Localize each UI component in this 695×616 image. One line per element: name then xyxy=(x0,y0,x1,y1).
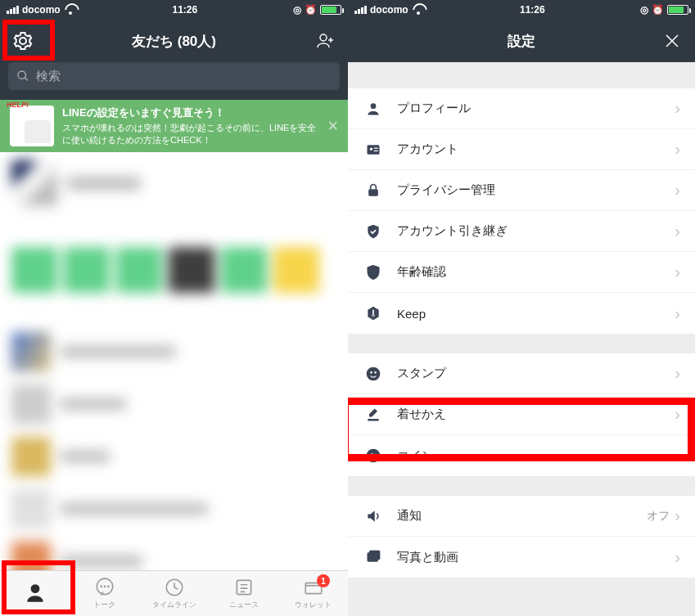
news-icon xyxy=(233,577,255,598)
banner-title: LINEの設定をいますぐ見直そう！ xyxy=(62,106,319,120)
person-icon xyxy=(365,101,381,117)
row-photos-video[interactable]: 写真と動画› xyxy=(348,537,695,578)
banner-subtitle: スマホが壊れるのは突然！悲劇が起こるその前に、LINEを安全に使い続けるための方… xyxy=(62,122,319,147)
row-coin[interactable]: L コイン› xyxy=(348,435,695,476)
close-button[interactable] xyxy=(661,29,684,52)
tab-label: ニュース xyxy=(229,600,259,610)
clock-icon xyxy=(164,577,185,598)
coin-l-icon: L xyxy=(365,447,381,464)
tab-label: ウォレット xyxy=(295,600,332,610)
person-icon xyxy=(25,582,46,604)
row-themes[interactable]: 着せかえ› xyxy=(348,394,695,435)
list-item[interactable] xyxy=(0,326,348,378)
tab-timeline[interactable]: タイムライン xyxy=(139,571,209,616)
battery-icon xyxy=(667,5,688,15)
tab-wallet[interactable]: 1 ウォレット xyxy=(278,571,348,616)
row-label: 年齢確認 xyxy=(397,264,675,280)
list-item[interactable] xyxy=(0,430,348,483)
settings-nav: 設定 xyxy=(348,20,695,62)
row-keep[interactable]: Keep› xyxy=(348,293,695,334)
tab-label: トーク xyxy=(93,600,115,610)
smile-icon xyxy=(365,366,381,382)
svg-point-3 xyxy=(107,586,108,587)
close-icon xyxy=(662,31,682,51)
banner-illustration xyxy=(10,106,54,146)
row-label: プロフィール xyxy=(397,101,675,116)
row-profile[interactable]: プロフィール› xyxy=(348,88,695,129)
speaker-icon xyxy=(365,508,381,524)
alarm-icon: ⏰ xyxy=(305,4,317,16)
friend-name xyxy=(67,177,141,190)
signal-icon xyxy=(354,6,367,14)
tab-news[interactable]: ニュース xyxy=(209,571,278,616)
carrier-label: docomo xyxy=(370,4,408,16)
brush-icon xyxy=(365,407,381,423)
banner-close-button[interactable]: × xyxy=(327,115,338,137)
settings-gear-button[interactable] xyxy=(11,29,34,52)
hex-icon xyxy=(365,305,381,321)
list-item[interactable] xyxy=(0,483,348,535)
status-bar: docomo 11:26 ◎ ⏰ xyxy=(0,0,348,20)
chevron-right-icon: › xyxy=(675,181,680,200)
tab-talk[interactable]: トーク xyxy=(70,571,139,616)
chevron-right-icon: › xyxy=(675,140,680,159)
location-icon: ◎ xyxy=(640,4,648,16)
friends-screen: docomo 11:26 ◎ ⏰ 友だち (80人) 検索 LINEの設定をいま… xyxy=(0,0,348,616)
battery-icon xyxy=(320,5,341,15)
svg-point-2 xyxy=(104,586,105,587)
clock: 11:26 xyxy=(172,4,197,16)
row-label: アカウント xyxy=(397,142,675,157)
chevron-right-icon: › xyxy=(675,364,680,383)
tab-label: タイムライン xyxy=(152,600,196,610)
location-icon: ◎ xyxy=(293,4,301,16)
row-label: プライバシー管理 xyxy=(397,182,675,198)
search-input[interactable]: 検索 xyxy=(8,62,340,90)
chevron-right-icon: › xyxy=(675,405,680,424)
svg-rect-9 xyxy=(374,147,378,148)
friend-row[interactable] xyxy=(0,152,348,214)
svg-point-14 xyxy=(374,371,377,374)
shield-check-icon xyxy=(365,223,381,240)
carrier-label: docomo xyxy=(22,4,61,16)
row-label: 写真と動画 xyxy=(397,550,675,565)
row-transfer[interactable]: アカウント引き継ぎ› xyxy=(348,211,695,252)
row-privacy[interactable]: プライバシー管理› xyxy=(348,170,695,211)
settings-section-general: 通知 オフ › 写真と動画› xyxy=(348,496,695,578)
search-icon xyxy=(16,70,29,83)
chevron-right-icon: › xyxy=(675,263,680,281)
wallet-badge: 1 xyxy=(317,574,330,587)
chat-icon xyxy=(94,577,115,598)
alarm-icon: ⏰ xyxy=(652,4,664,16)
row-notifications[interactable]: 通知 オフ › xyxy=(348,496,695,537)
group-row[interactable] xyxy=(0,239,348,301)
wifi-icon xyxy=(64,5,77,15)
svg-rect-10 xyxy=(374,150,378,151)
add-friend-button[interactable] xyxy=(314,29,336,52)
settings-section-account: プロフィール› アカウント› プライバシー管理› アカウント引き継ぎ› 年齢確認… xyxy=(348,88,695,334)
list-item[interactable] xyxy=(0,378,348,430)
shield-icon xyxy=(365,264,381,281)
help-banner[interactable]: LINEの設定をいますぐ見直そう！ スマホが壊れるのは突然！悲劇が起こるその前に… xyxy=(0,100,348,152)
row-label: コイン xyxy=(397,448,675,464)
friends-title: 友だち (80人) xyxy=(132,32,216,51)
tab-friends[interactable] xyxy=(0,571,70,616)
svg-point-12 xyxy=(367,366,381,380)
svg-point-13 xyxy=(370,371,372,374)
photo-icon xyxy=(365,549,381,565)
settings-section-shop: スタンプ› 着せかえ› L コイン› xyxy=(348,353,695,476)
settings-title: 設定 xyxy=(508,32,535,51)
svg-point-1 xyxy=(101,586,102,587)
add-friend-icon xyxy=(315,31,335,51)
bottom-tab-bar: トーク タイムライン ニュース 1 ウォレット xyxy=(0,570,348,616)
gear-icon xyxy=(13,31,33,51)
row-age[interactable]: 年齢確認› xyxy=(348,252,695,293)
chevron-right-icon: › xyxy=(675,99,680,118)
settings-list[interactable]: プロフィール› アカウント› プライバシー管理› アカウント引き継ぎ› 年齢確認… xyxy=(348,62,695,616)
row-stickers[interactable]: スタンプ› xyxy=(348,353,695,394)
row-label: 着せかえ xyxy=(397,407,675,422)
lock-icon xyxy=(365,182,381,199)
chevron-right-icon: › xyxy=(675,548,680,567)
search-bar-wrap: 検索 xyxy=(0,62,348,100)
row-value: オフ xyxy=(647,509,670,524)
row-account[interactable]: アカウント› xyxy=(348,129,695,170)
